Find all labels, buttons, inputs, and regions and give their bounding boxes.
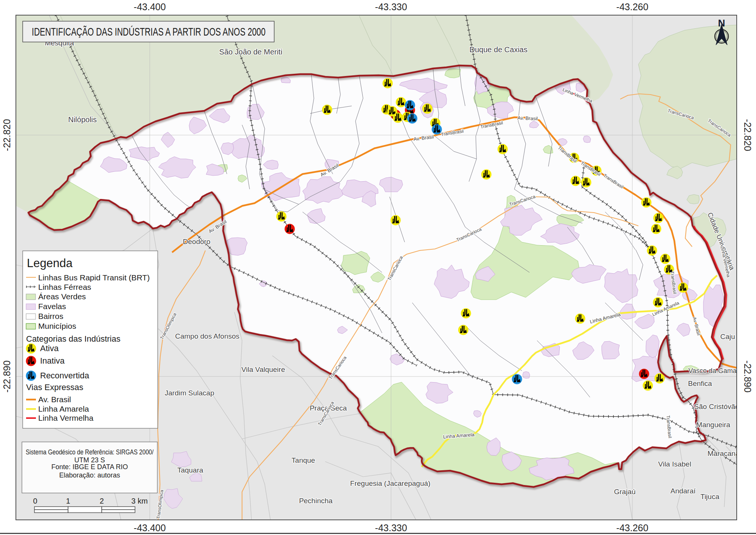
- svg-text:Caju: Caju: [720, 333, 735, 341]
- svg-text:3 km: 3 km: [131, 497, 147, 505]
- svg-text:Tijuca: Tijuca: [700, 493, 719, 501]
- svg-text:-43.260: -43.260: [616, 523, 649, 533]
- svg-text:-43.400: -43.400: [134, 523, 166, 533]
- svg-text:Vila Valqueire: Vila Valqueire: [241, 365, 285, 373]
- svg-text:-43.400: -43.400: [134, 2, 166, 12]
- svg-text:IDENTIFICAÇÃO DAS INDÚSTRIAS A: IDENTIFICAÇÃO DAS INDÚSTRIAS A PARTIR DO…: [32, 25, 265, 38]
- svg-text:Duque de Caxias: Duque de Caxias: [469, 45, 527, 54]
- svg-text:Reconvertida: Reconvertida: [40, 371, 89, 380]
- svg-text:-22.820: -22.820: [742, 119, 753, 151]
- svg-text:Ativa: Ativa: [40, 344, 59, 353]
- svg-text:Campo dos Afonsos: Campo dos Afonsos: [175, 332, 239, 340]
- svg-text:-22.890: -22.890: [742, 361, 753, 393]
- svg-text:Taquara: Taquara: [177, 466, 203, 474]
- svg-text:Maracanã: Maracanã: [708, 449, 740, 457]
- svg-text:Linhas Férreas: Linhas Férreas: [38, 283, 91, 291]
- svg-text:Grajaú: Grajaú: [614, 488, 635, 496]
- svg-text:Municípios: Municípios: [38, 322, 76, 330]
- svg-text:Nilópolis: Nilópolis: [68, 115, 97, 124]
- svg-text:1: 1: [66, 497, 70, 505]
- svg-text:Inativa: Inativa: [40, 356, 65, 365]
- svg-text:Av. Brasil: Av. Brasil: [38, 395, 71, 404]
- svg-text:Linha Amarela: Linha Amarela: [38, 404, 89, 413]
- svg-text:Linhas Bus Rapid Transit (BRT): Linhas Bus Rapid Transit (BRT): [38, 273, 150, 282]
- svg-text:Elaboração: autoras: Elaboração: autoras: [59, 471, 120, 479]
- svg-text:Vias Expressas: Vias Expressas: [26, 383, 83, 392]
- svg-text:Fonte: IBGE E DATA RIO: Fonte: IBGE E DATA RIO: [51, 463, 128, 471]
- svg-text:Vasco da Gama: Vasco da Gama: [688, 367, 737, 375]
- svg-text:Sistema Geodésico de Referênci: Sistema Geodésico de Referência: SIRGAS …: [26, 448, 154, 456]
- svg-text:Pechincha: Pechincha: [299, 497, 333, 505]
- svg-text:Jardim Sulacap: Jardim Sulacap: [165, 389, 214, 397]
- svg-text:Andaraí: Andaraí: [671, 487, 696, 495]
- svg-text:Favelas: Favelas: [38, 302, 66, 311]
- svg-text:-22.890: -22.890: [2, 361, 12, 393]
- svg-text:Tanque: Tanque: [292, 456, 315, 464]
- svg-text:Deodoro: Deodoro: [183, 238, 211, 246]
- svg-text:Linha Vermelha: Linha Vermelha: [38, 414, 93, 422]
- svg-text:-43.330: -43.330: [375, 2, 407, 12]
- svg-text:-43.260: -43.260: [616, 2, 649, 12]
- svg-text:Categorias das Indústrias: Categorias das Indústrias: [26, 334, 120, 344]
- svg-text:UTM 23 S: UTM 23 S: [74, 456, 105, 464]
- svg-text:Legenda: Legenda: [27, 257, 73, 270]
- svg-text:-43.330: -43.330: [375, 523, 407, 533]
- svg-text:Av. Brasil: Av. Brasil: [517, 115, 538, 121]
- svg-text:Vila Isabel: Vila Isabel: [658, 460, 691, 468]
- svg-text:0: 0: [33, 497, 37, 505]
- svg-text:Bairros: Bairros: [38, 312, 64, 320]
- svg-text:Áreas Verdes: Áreas Verdes: [38, 292, 86, 301]
- svg-text:Mangueira: Mangueira: [696, 421, 730, 429]
- svg-text:-22.820: -22.820: [2, 119, 12, 151]
- svg-text:São Cristóvão: São Cristóvão: [694, 403, 739, 411]
- svg-text:São João de Meriti: São João de Meriti: [219, 48, 283, 56]
- svg-text:Freguesia (Jacarepaguá): Freguesia (Jacarepaguá): [350, 479, 430, 487]
- svg-text:Benfica: Benfica: [688, 379, 712, 387]
- svg-text:2: 2: [99, 497, 104, 505]
